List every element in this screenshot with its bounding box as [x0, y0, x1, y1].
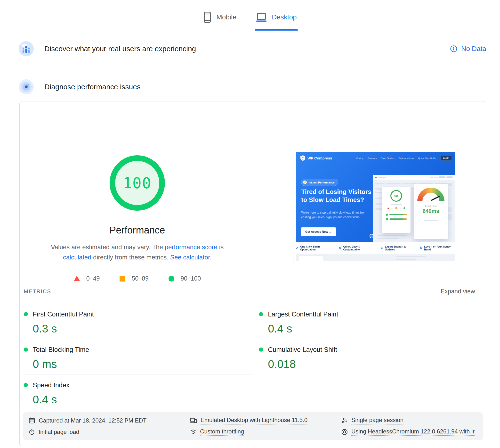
metric-total-blocking-time: Total Blocking Time 0 ms [24, 346, 242, 370]
performance-score-value: 100 [123, 174, 152, 192]
no-data-link[interactable]: No Data [450, 45, 486, 53]
pass-dot-icon [24, 348, 28, 352]
feature-label: Quick, Easy & Customizable [343, 245, 374, 251]
active-tab-underline [255, 29, 298, 31]
placeholder-bar [375, 198, 382, 199]
chromium-icon [341, 429, 348, 435]
metric-label-row: Speed Index [24, 382, 242, 389]
initial-load-item: Initial page load [29, 429, 190, 435]
session-link[interactable]: Single page session [351, 417, 404, 424]
metric-label-row: Largest Contentful Paint [259, 311, 477, 318]
performance-category-title: Performance [23, 225, 251, 236]
desktop-icon [256, 12, 267, 22]
mock-fail-triangle [387, 207, 389, 209]
session-item: Single page session [341, 417, 483, 424]
metric-row-divider [23, 339, 252, 339]
placeholder-divider [419, 218, 443, 218]
captured-at-item: Captured at Mar 18, 2024, 12:52 PM EDT [29, 417, 190, 424]
throttling-link[interactable]: Custom throttling [200, 428, 244, 436]
emulated-device-item: Emulated Desktop with Lighthouse 11.5.0 [190, 417, 341, 424]
screenshot-body-text: We're here to stop painfully slow load t… [301, 210, 370, 220]
score-thumbnail-separator [252, 181, 252, 228]
get-access-button: Get Access Now → [301, 227, 336, 236]
session-dots-icon [341, 417, 348, 424]
screenshot-login-button: Log In [440, 155, 452, 161]
capture-conditions-footer: Captured at Mar 18, 2024, 12:52 PM EDT E… [23, 412, 483, 440]
screenshot-nav-item: Quick Start Guide [418, 157, 436, 160]
feature-item: One-Click Smart Optimization [296, 245, 332, 251]
screenshot-hero: WP Compress Pricing Features Case Studie… [296, 152, 455, 242]
metric-row-divider [258, 339, 482, 339]
metric-label: Cumulative Layout Shift [268, 346, 337, 353]
metrics-divider [23, 303, 252, 303]
badge-label: Instant Performance [309, 181, 334, 184]
performance-score-block: 100 Performance Values are estimated and… [23, 101, 251, 282]
placeholder-bar [375, 203, 382, 205]
mobile-phone-icon [203, 11, 212, 23]
strategy-tabbar: Mobile Desktop [0, 9, 500, 31]
throttling-item: Custom throttling [190, 428, 341, 436]
placeholder-bar [375, 183, 385, 184]
mock-pass-dot [404, 207, 405, 209]
screenshot-image: WP Compress Pricing Features Case Studie… [296, 152, 455, 261]
wp-compress-logo: WP Compress [300, 155, 332, 161]
metrics-divider [258, 303, 482, 303]
feature-item: Quick, Easy & Customizable [339, 245, 374, 251]
mock-legend [387, 207, 405, 209]
mock-speedometer [417, 188, 444, 201]
placeholder-bar [377, 235, 406, 236]
metric-value: 0 ms [33, 357, 242, 370]
tab-desktop-label: Desktop [272, 13, 297, 21]
metric-speed-index: Speed Index 0.4 s [24, 382, 242, 406]
screenshot-nav-item: Pricing [356, 157, 364, 160]
diagnose-gauge-icon [18, 79, 34, 95]
placeholder-bar [399, 208, 401, 208]
tab-desktop[interactable]: Desktop [255, 9, 298, 31]
wp-compress-brand-text: WP Compress [307, 156, 332, 160]
pass-circle-icon [168, 276, 174, 282]
metric-value: 0.4 s [268, 322, 477, 335]
placeholder-bar [396, 256, 425, 257]
dashboard-topbar [373, 175, 455, 180]
placeholder-bar [446, 176, 453, 178]
metric-value: 0.4 s [33, 393, 242, 406]
placeholder-bar [439, 176, 445, 178]
emulated-device-link[interactable]: Emulated Desktop with Lighthouse 11.5.0 [200, 417, 307, 424]
mock-score-ring: 98 [390, 190, 402, 202]
section-divider [18, 66, 486, 66]
see-calculator-link[interactable]: See calculator [170, 254, 210, 261]
placeholder-bar [377, 238, 399, 239]
description-text-2: directly from these metrics. [91, 254, 170, 261]
mock-progress-row [386, 218, 407, 220]
placeholder-bar [396, 259, 416, 260]
field-data-heading: Discover what your real users are experi… [44, 45, 196, 53]
screenshot-headline: Tired of Losing Visitors to Slow Load Ti… [301, 188, 376, 204]
lighthouse-report-card: 100 Performance Values are estimated and… [19, 101, 486, 446]
expand-view-button[interactable]: Expand view [440, 288, 475, 295]
badge-bolt-icon: ⚡ [303, 181, 307, 184]
instant-performance-badge: ⚡ Instant Performance [301, 179, 338, 186]
metric-first-contentful-paint: First Contentful Paint 0.3 s [24, 311, 242, 335]
metric-label: Total Blocking Time [33, 346, 89, 353]
mock-average-square [395, 207, 397, 209]
fail-triangle-icon [74, 276, 80, 281]
initial-load-text: Initial page load [39, 429, 79, 435]
placeholder-bar [430, 177, 433, 178]
metrics-heading: METRICS [24, 288, 51, 295]
mock-progress-row [386, 214, 407, 216]
mock-progress-dot [386, 218, 388, 220]
tab-mobile-label: Mobile [216, 13, 236, 21]
description-text-1: Values are estimated and may vary. The [51, 243, 165, 251]
devices-icon [190, 417, 197, 423]
legend-average-range: 50–89 [132, 275, 149, 282]
placeholder-bar [434, 177, 438, 178]
metric-cumulative-layout-shift: Cumulative Layout Shift 0.018 [259, 346, 477, 370]
placeholder-bar [391, 208, 393, 208]
metric-label: Speed Index [33, 382, 70, 389]
mock-loadtime-card: Load time 640ms [414, 184, 448, 239]
screenshot-nav: Pricing Features Case Studies Partner wi… [356, 155, 452, 161]
tab-mobile[interactable]: Mobile [202, 9, 237, 31]
mock-score-value: 98 [394, 194, 398, 198]
chromium-link[interactable]: Using HeadlessChromium 122.0.6261.94 wit… [351, 428, 474, 436]
field-data-section: Discover what your real users are experi… [18, 40, 486, 58]
